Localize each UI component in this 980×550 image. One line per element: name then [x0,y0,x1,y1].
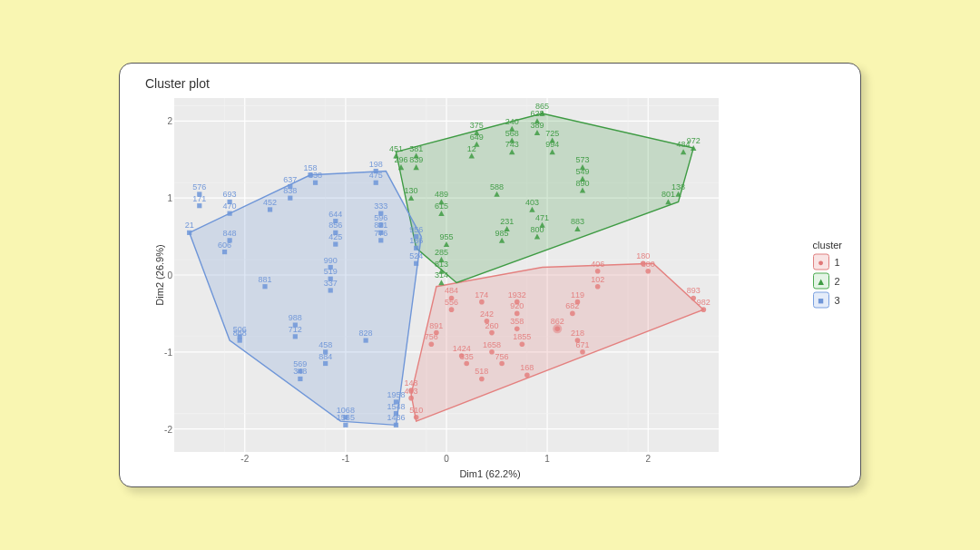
svg-rect-213 [343,423,348,427]
svg-text:865: 865 [535,102,549,111]
svg-rect-159 [197,203,201,208]
svg-rect-219 [374,181,378,185]
plot-area: 4845568917561484835101424335518174242260… [174,98,719,452]
svg-text:1932: 1932 [508,290,526,300]
svg-text:881: 881 [258,275,271,284]
svg-text:519: 519 [324,267,338,276]
svg-text:333: 333 [374,201,387,211]
svg-point-67 [575,300,581,305]
svg-text:285: 285 [435,248,448,257]
chart-title: Cluster plot [145,76,210,91]
svg-text:883: 883 [571,217,584,226]
legend-item-1: ● 1 [813,254,842,270]
svg-point-59 [520,342,525,348]
svg-rect-165 [228,200,232,204]
svg-text:712: 712 [289,325,302,334]
svg-text:848: 848 [223,229,237,238]
svg-text:556: 556 [445,298,458,307]
svg-text:174: 174 [475,290,488,300]
legend-swatch-2: ▲ [813,273,829,290]
legend-title: cluster [813,240,842,250]
svg-text:1658: 1658 [483,340,501,349]
svg-point-65 [570,311,575,317]
legend: cluster ● 1 ▲ 2 ■ 3 [813,240,842,311]
svg-point-241 [553,324,562,333]
chart-card: Cluster plot Dim2 (26.9%) Dim1 (62.2%) -… [119,63,861,487]
svg-text:756: 756 [495,352,509,361]
svg-point-49 [489,349,495,355]
svg-point-71 [580,349,585,355]
svg-rect-193 [313,181,318,185]
svg-text:637: 637 [283,175,297,184]
svg-rect-215 [364,338,368,342]
svg-rect-227 [378,238,383,242]
svg-point-51 [499,361,505,367]
svg-text:518: 518 [475,367,488,376]
svg-text:425: 425 [328,232,342,241]
svg-text:756: 756 [425,332,438,341]
svg-text:671: 671 [575,340,589,349]
svg-text:588: 588 [490,182,504,192]
svg-point-25 [449,307,455,312]
svg-rect-237 [414,246,418,250]
svg-text:743: 743 [505,140,519,149]
legend-item-2: ▲ 2 [813,273,842,290]
svg-rect-197 [333,219,338,223]
svg-text:891: 891 [429,321,443,330]
svg-rect-157 [187,231,191,235]
svg-text:576: 576 [192,182,206,192]
svg-text:471: 471 [535,213,549,222]
svg-point-73 [595,269,601,274]
legend-label-2: 2 [835,276,840,287]
legend-swatch-3: ■ [813,292,829,309]
svg-rect-181 [288,184,292,189]
svg-text:693: 693 [223,190,237,199]
svg-text:955: 955 [439,232,453,241]
svg-text:102: 102 [591,275,604,284]
svg-text:458: 458 [318,340,332,349]
svg-text:21: 21 [185,221,194,230]
svg-text:776: 776 [374,229,387,238]
svg-text:1548: 1548 [387,402,405,411]
svg-rect-173 [238,338,242,342]
svg-text:1436: 1436 [387,413,405,422]
svg-text:198: 198 [369,160,383,169]
svg-rect-189 [298,377,302,381]
svg-rect-199 [333,241,338,246]
svg-point-81 [691,296,696,301]
svg-text:358: 358 [510,317,524,326]
svg-text:956: 956 [409,225,423,234]
svg-rect-175 [262,284,267,289]
svg-point-57 [514,327,520,332]
svg-text:348: 348 [293,367,307,376]
svg-text:451: 451 [389,144,403,153]
svg-text:381: 381 [409,144,423,153]
svg-text:483: 483 [405,387,418,396]
svg-text:403: 403 [525,198,539,207]
legend-label-1: 1 [835,257,840,268]
svg-text:1958: 1958 [387,390,405,399]
svg-text:1585: 1585 [337,413,355,422]
svg-point-75 [595,284,601,290]
svg-point-41 [479,377,485,382]
svg-text:644: 644 [328,210,342,219]
svg-text:130: 130 [405,186,418,195]
svg-text:920: 920 [510,301,524,310]
svg-text:1855: 1855 [513,332,531,341]
svg-text:406: 406 [591,260,604,269]
svg-point-33 [408,396,414,401]
legend-item-3: ■ 3 [813,292,842,309]
svg-point-79 [645,269,651,274]
svg-rect-161 [197,192,201,196]
svg-text:725: 725 [545,129,559,138]
svg-text:484: 484 [445,286,458,295]
svg-text:990: 990 [324,256,338,265]
svg-text:988: 988 [289,313,302,322]
svg-rect-239 [414,261,418,266]
svg-text:337: 337 [324,279,338,288]
svg-text:300: 300 [642,260,655,269]
svg-text:884: 884 [318,352,332,361]
svg-text:338: 338 [309,171,322,180]
svg-text:242: 242 [480,309,494,319]
x-axis-label: Dim1 (62.2%) [459,468,520,479]
